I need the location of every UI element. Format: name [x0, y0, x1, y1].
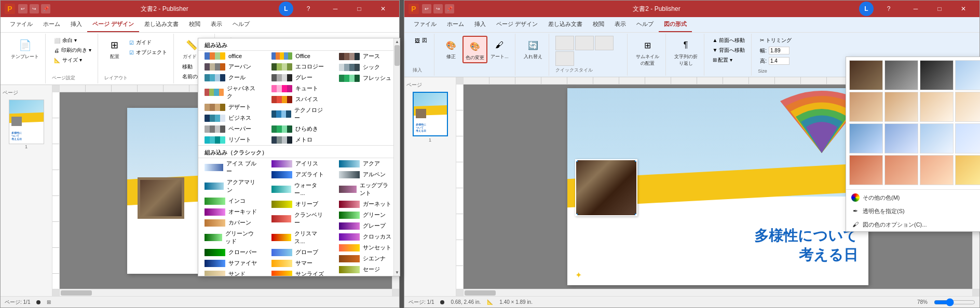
maximize-btn-left[interactable]: □: [347, 1, 371, 17]
page-thumb-1-left[interactable]: 多様性について考える日: [9, 100, 44, 144]
classic-sienna[interactable]: シエンナ: [333, 253, 400, 264]
handle-bl[interactable]: [575, 214, 578, 216]
tab-format-right[interactable]: 図の形式: [659, 17, 692, 32]
object-btn[interactable]: ☑ オブジェクト: [127, 48, 169, 57]
classic-alpen[interactable]: アルペン: [333, 169, 400, 180]
size-btn[interactable]: 📐サイズ ▾: [52, 55, 93, 65]
classic-crocus[interactable]: クロッカス: [333, 231, 400, 242]
image-insert-btn[interactable]: 🖼図: [413, 36, 429, 45]
classic-iris[interactable]: アイリス: [265, 158, 332, 169]
tab-pagedesign-right[interactable]: ページ デザイン: [491, 17, 543, 32]
height-input[interactable]: [769, 57, 790, 65]
tab-file-left[interactable]: ファイル: [5, 17, 38, 32]
thumbnail-btn[interactable]: ⊞ サムネイルの配置: [634, 36, 661, 68]
classic-azure[interactable]: アズライト: [265, 169, 332, 180]
tab-insert-right[interactable]: 挿入: [469, 17, 491, 32]
handle-tl[interactable]: [575, 159, 578, 162]
recolor-gray2[interactable]: [920, 60, 954, 90]
theme-fresh2[interactable]: フレッシュ: [333, 73, 400, 83]
classic-christmas[interactable]: クリスマス...: [265, 228, 332, 247]
recolor-sepia2[interactable]: [884, 92, 918, 122]
qs-3[interactable]: [595, 36, 614, 50]
left-user-avatar[interactable]: L: [279, 2, 293, 16]
color-options-item[interactable]: 🖌 図の色のオプション(C)...: [846, 218, 980, 231]
theme-office[interactable]: office: [198, 51, 265, 61]
tab-mail-right[interactable]: 差し込み文書: [543, 17, 588, 32]
theme-chic[interactable]: シック: [333, 62, 400, 73]
classic-olive[interactable]: オリーブ: [265, 199, 332, 209]
margin-btn[interactable]: ⬜余白 ▾: [52, 36, 93, 45]
tab-review-left[interactable]: 校閲: [184, 17, 206, 32]
handle-br[interactable]: [635, 214, 637, 216]
adjust-btn[interactable]: 🎨 修正: [441, 36, 461, 63]
theme-cute[interactable]: キュート: [265, 83, 332, 94]
classic-water[interactable]: ウォーター...: [265, 180, 332, 199]
classic-cran[interactable]: クランベリー: [265, 209, 332, 228]
recolor-orange2[interactable]: [884, 155, 918, 185]
undo-btn[interactable]: ↩: [18, 4, 28, 13]
recolor-original[interactable]: [849, 60, 883, 90]
tab-pagedesign-left[interactable]: ページ デザイン: [87, 17, 139, 32]
help-btn-right[interactable]: ?: [877, 1, 901, 17]
zoom-slider-right[interactable]: [934, 298, 975, 306]
classic-sage[interactable]: セージ: [333, 264, 400, 275]
replace-btn[interactable]: 🔄 入れ替え: [522, 36, 545, 61]
classic-sapphire[interactable]: サファイヤ: [198, 258, 265, 269]
tab-file-right[interactable]: ファイル: [409, 17, 442, 32]
pin-btn-right[interactable]: 📌: [445, 4, 454, 13]
classic-parrot[interactable]: インコ: [198, 195, 265, 206]
classic-sunrise[interactable]: サンライズ: [265, 269, 332, 276]
recolor-blue2[interactable]: [849, 123, 883, 153]
theme-gray[interactable]: グレー: [265, 72, 332, 83]
recolor-sepia3[interactable]: [920, 92, 954, 122]
height-input-area[interactable]: 高:: [758, 56, 794, 66]
minimize-btn-right[interactable]: ─: [904, 1, 928, 17]
scrollbar-bottom-right[interactable]: [456, 289, 979, 296]
close-btn-right[interactable]: ✕: [951, 1, 975, 17]
theme-eco[interactable]: エコロジー: [265, 61, 332, 72]
color-theme-dropdown[interactable]: 組み込み office アーバン クール ジャパ: [198, 38, 400, 276]
redo-btn-right[interactable]: ↪: [433, 4, 443, 13]
width-input[interactable]: [769, 47, 790, 54]
tab-review-right[interactable]: 校閲: [588, 17, 609, 32]
pin-btn[interactable]: 📌: [41, 4, 50, 13]
recolor-sepia1[interactable]: [849, 92, 883, 122]
classic-grape[interactable]: グレープ: [333, 220, 400, 231]
classic-globe[interactable]: グローブ: [265, 247, 332, 258]
scroll-down-btn[interactable]: ▼: [394, 269, 400, 276]
redo-btn[interactable]: ↪: [30, 4, 39, 13]
close-btn-left[interactable]: ✕: [371, 1, 395, 17]
theme-resort[interactable]: リゾート: [198, 134, 265, 145]
tab-home-left[interactable]: ホーム: [38, 17, 65, 32]
classic-copper[interactable]: カパーン: [198, 217, 265, 228]
classic-eggplant[interactable]: エッグプラント: [333, 180, 400, 199]
help-btn-left[interactable]: ?: [296, 1, 320, 17]
color-change-btn[interactable]: 🎨 色の変更: [462, 36, 487, 63]
recolor-blue5[interactable]: [955, 123, 980, 153]
maximize-btn-right[interactable]: □: [928, 1, 951, 17]
classic-summer[interactable]: サマー: [265, 258, 332, 269]
qs-2[interactable]: [575, 36, 594, 50]
tab-help-right[interactable]: ヘルプ: [631, 17, 659, 32]
tab-view-right[interactable]: 表示: [609, 17, 631, 32]
qs-1[interactable]: [555, 36, 574, 50]
theme-cool[interactable]: クール: [198, 72, 265, 83]
undo-btn-right[interactable]: ↩: [422, 4, 431, 13]
qs-4[interactable]: [555, 51, 574, 66]
art-btn[interactable]: 🖌 アート...: [488, 36, 511, 63]
tab-view-left[interactable]: 表示: [206, 17, 227, 32]
right-user-avatar[interactable]: L: [859, 2, 874, 16]
theme-tech[interactable]: テクノロジー: [265, 105, 332, 123]
classic-sunset[interactable]: サンセット: [333, 242, 400, 253]
handle-tr[interactable]: [635, 159, 637, 162]
recolor-yellow1[interactable]: [955, 155, 980, 185]
send-back-btn[interactable]: ▼ 背面へ移動: [711, 46, 747, 55]
tab-help-left[interactable]: ヘルプ: [227, 17, 255, 32]
recolor-blue4[interactable]: [920, 123, 954, 153]
classic-clover[interactable]: クローバー: [198, 247, 265, 258]
recolor-blue3[interactable]: [884, 123, 918, 153]
classic-garnet[interactable]: ガーネット: [333, 199, 400, 209]
classic-ice[interactable]: アイス ブルー: [198, 158, 265, 177]
trim-btn[interactable]: ✂ トリミング: [758, 36, 794, 45]
scroll-up-btn[interactable]: ▲: [394, 38, 400, 45]
